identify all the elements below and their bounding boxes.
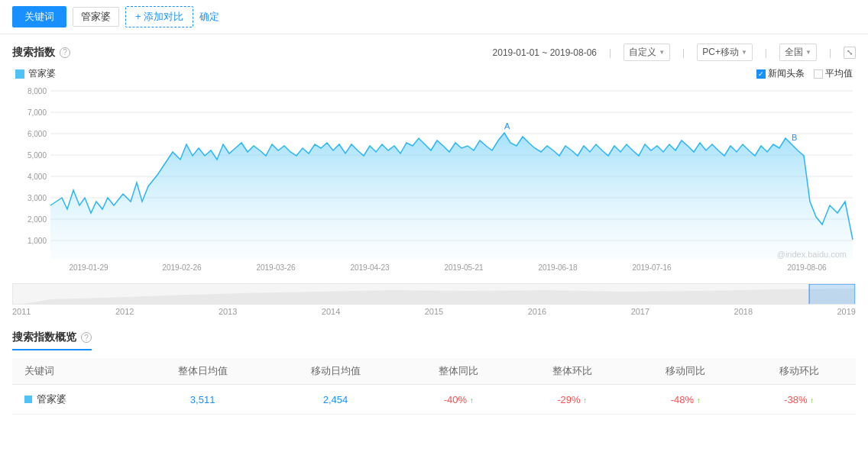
- overall-mom-value: -29%: [557, 394, 580, 405]
- chart-title: 搜索指数: [12, 46, 55, 60]
- table-row: 管家婆 3,511 2,454 -40% ↑ -29% ↑: [12, 385, 856, 415]
- avg-label: 平均值: [825, 67, 853, 80]
- svg-rect-26: [809, 284, 855, 305]
- timeline-bar[interactable]: [12, 283, 856, 305]
- legend-row: 管家婆 ✓ 新闻头条 平均值: [12, 67, 856, 80]
- svg-text:4,000: 4,000: [28, 173, 47, 181]
- divider1: |: [609, 47, 611, 58]
- chart-wrapper: 8,000 7,000 6,000 5,000 4,000 3,000 2,00…: [12, 83, 856, 282]
- svg-text:2019-08-06: 2019-08-06: [787, 263, 827, 272]
- chart-watermark: @index.baidu.com: [777, 250, 847, 259]
- overall-avg-value: 3,511: [190, 394, 215, 405]
- timeline-labels: 2011 2012 2013 2014 2015 2016 2017 2018 …: [12, 305, 856, 318]
- overall-yoy-value: -40%: [444, 394, 467, 405]
- main-chart-svg: 8,000 7,000 6,000 5,000 4,000 3,000 2,00…: [12, 83, 856, 282]
- th-keyword: 关键词: [12, 358, 136, 385]
- tl-2017: 2017: [631, 307, 649, 316]
- device-arrow: ▼: [741, 49, 747, 56]
- divider4: |: [829, 47, 831, 58]
- chart-controls: 2019-01-01 ~ 2019-08-06 | 自定义 ▼ | PC+移动 …: [493, 44, 856, 61]
- tl-2013: 2013: [219, 307, 237, 316]
- point-b-label: B: [792, 133, 797, 142]
- mobile-mom-value: -38%: [784, 394, 807, 405]
- tl-2011: 2011: [12, 307, 31, 316]
- keyword-button[interactable]: 关键词: [12, 6, 66, 27]
- toolbar: 关键词 管家婆 + 添加对比 确定: [0, 0, 868, 34]
- chart-svg-container[interactable]: 8,000 7,000 6,000 5,000 4,000 3,000 2,00…: [12, 83, 856, 282]
- svg-text:5,000: 5,000: [28, 151, 47, 160]
- keyword-tag: 管家婆: [73, 7, 119, 27]
- stats-title-row: 搜索指数概览 ?: [12, 331, 92, 350]
- keyword-cell: 管家婆: [24, 392, 127, 406]
- stats-section: 搜索指数概览 ? 关键词 整体日均值 移动日均值 整体同比 整体环比 移动同比 …: [0, 318, 868, 415]
- overall-yoy-arrow: ↑: [470, 396, 474, 405]
- tl-2012: 2012: [115, 307, 134, 316]
- device-selector[interactable]: PC+移动 ▼: [697, 44, 753, 61]
- tl-2014: 2014: [322, 307, 340, 316]
- th-mobile-avg: 移动日均值: [269, 358, 402, 385]
- custom-label: 自定义: [629, 46, 656, 59]
- avg-checkbox[interactable]: 平均值: [814, 67, 853, 80]
- td-mobile-avg: 2,454: [269, 385, 402, 415]
- svg-text:2019-04-23: 2019-04-23: [350, 263, 390, 272]
- stats-title: 搜索指数概览: [12, 331, 76, 344]
- region-label: 全国: [785, 46, 803, 59]
- svg-text:1,000: 1,000: [28, 237, 47, 245]
- th-overall-avg: 整体日均值: [136, 358, 269, 385]
- th-mobile-yoy: 移动同比: [629, 358, 743, 385]
- timeline-svg: [13, 284, 855, 305]
- tl-2015: 2015: [425, 307, 443, 316]
- stats-help-icon[interactable]: ?: [81, 332, 92, 343]
- mobile-yoy-arrow: ↑: [697, 396, 701, 405]
- date-range: 2019-01-01 ~ 2019-08-06: [493, 47, 597, 58]
- chart-title-area: 搜索指数 ?: [12, 46, 70, 60]
- confirm-button[interactable]: 确定: [199, 10, 219, 24]
- point-a-label: A: [504, 121, 510, 131]
- divider2: |: [682, 47, 685, 58]
- svg-text:6,000: 6,000: [28, 130, 47, 138]
- custom-selector[interactable]: 自定义 ▼: [623, 44, 670, 61]
- divider3: |: [765, 47, 767, 58]
- legend-label: 管家婆: [28, 67, 56, 80]
- news-checkmark: ✓: [758, 70, 764, 78]
- legend-item: 管家婆: [15, 67, 56, 80]
- td-mobile-mom: -38% ↑: [742, 385, 856, 415]
- kw-name: 管家婆: [37, 392, 66, 406]
- chart-header: 搜索指数 ? 2019-01-01 ~ 2019-08-06 | 自定义 ▼ |…: [12, 44, 856, 61]
- tl-2018: 2018: [734, 307, 753, 316]
- avg-cb-box: [814, 69, 823, 79]
- device-label: PC+移动: [702, 46, 739, 59]
- td-keyword: 管家婆: [12, 385, 136, 415]
- svg-text:2019-01-29: 2019-01-29: [69, 263, 108, 272]
- overall-mom-arrow: ↑: [583, 396, 587, 405]
- expand-button[interactable]: ⤡: [844, 47, 856, 59]
- region-selector[interactable]: 全国 ▼: [779, 44, 817, 61]
- stats-table: 关键词 整体日均值 移动日均值 整体同比 整体环比 移动同比 移动环比 管家婆 …: [12, 358, 856, 415]
- th-overall-yoy: 整体同比: [402, 358, 516, 385]
- svg-text:2019-02-26: 2019-02-26: [162, 263, 202, 272]
- mobile-avg-value: 2,454: [323, 394, 348, 405]
- news-label: 新闻头条: [768, 67, 805, 80]
- kw-color-indicator: [24, 396, 32, 403]
- add-compare-button[interactable]: + 添加对比: [125, 6, 193, 27]
- tl-2016: 2016: [528, 307, 546, 316]
- svg-text:2019-05-21: 2019-05-21: [444, 263, 484, 272]
- tl-2019: 2019: [837, 307, 856, 316]
- news-checkbox[interactable]: ✓ 新闻头条: [756, 67, 805, 80]
- td-overall-mom: -29% ↑: [515, 385, 629, 415]
- td-overall-yoy: -40% ↑: [402, 385, 516, 415]
- td-overall-avg: 3,511: [136, 385, 269, 415]
- timeline-section: 2011 2012 2013 2014 2015 2016 2017 2018 …: [0, 283, 868, 318]
- svg-text:3,000: 3,000: [28, 194, 47, 202]
- chart-section: 搜索指数 ? 2019-01-01 ~ 2019-08-06 | 自定义 ▼ |…: [0, 34, 868, 282]
- mobile-yoy-value: -48%: [671, 394, 694, 405]
- th-overall-mom: 整体环比: [515, 358, 629, 385]
- table-header-row: 关键词 整体日均值 移动日均值 整体同比 整体环比 移动同比 移动环比: [12, 358, 856, 385]
- custom-arrow: ▼: [659, 49, 665, 56]
- th-mobile-mom: 移动环比: [742, 358, 856, 385]
- td-mobile-yoy: -48% ↑: [629, 385, 743, 415]
- svg-text:2019-06-18: 2019-06-18: [538, 263, 578, 272]
- chart-help-icon[interactable]: ?: [60, 47, 70, 58]
- svg-text:2019-03-26: 2019-03-26: [256, 263, 296, 272]
- svg-text:7,000: 7,000: [28, 108, 47, 117]
